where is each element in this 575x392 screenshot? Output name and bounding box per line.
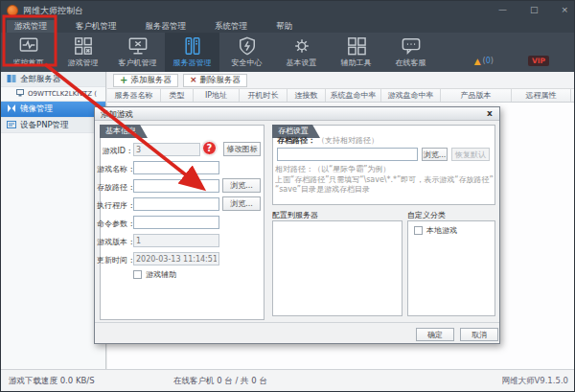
close-button[interactable]: × bbox=[561, 4, 568, 15]
sidebar-item-device-pnp[interactable]: 设备PNP管理 bbox=[1, 118, 105, 133]
menu-client-management[interactable]: 客户机管理 bbox=[68, 20, 125, 34]
delete-server-button[interactable]: × 删除服务器 bbox=[183, 74, 247, 87]
tool-label: 监控首页 bbox=[13, 58, 44, 68]
archive-path-hint: （支持相对路径） bbox=[317, 135, 379, 146]
game-name-field[interactable] bbox=[133, 161, 219, 174]
col-type[interactable]: 类型 bbox=[161, 89, 194, 102]
col-uptime[interactable]: 开机时长 bbox=[240, 89, 288, 102]
vip-badge[interactable]: VIP bbox=[528, 56, 549, 66]
col-sys-hit[interactable]: 系统盘命中率 bbox=[326, 89, 381, 102]
sidebar: 全部服务器 O9WTTCLK2LKIVTZ ( 镜像管理 设备PNP管理 bbox=[1, 72, 106, 369]
dialog-separator bbox=[95, 322, 499, 323]
plus-icon: + bbox=[120, 76, 127, 85]
game-assist-label: 游戏辅助 bbox=[146, 269, 176, 280]
sidebar-item-label: 设备PNP管理 bbox=[20, 120, 69, 131]
main-toolbar: 监控首页 游戏管理 客户机管理 bbox=[1, 33, 575, 72]
sidebar-item-label: 镜像管理 bbox=[20, 104, 53, 115]
deploy-servers-listbox[interactable] bbox=[272, 220, 402, 316]
sidebar-item-image-management[interactable]: 镜像管理 bbox=[1, 102, 105, 118]
storage-browse-button[interactable]: 浏览... bbox=[222, 178, 261, 193]
checkbox-icon bbox=[133, 270, 142, 279]
sidebar-item-label: O9WTTCLK2LKIVTZ ( bbox=[28, 90, 97, 98]
col-ip[interactable]: IP地址 bbox=[194, 89, 240, 102]
monitor-home-icon bbox=[18, 36, 39, 56]
game-id-label: 游戏ID： bbox=[97, 146, 133, 156]
download-speed: 游戏下载速度 0.0 KB/S bbox=[9, 376, 95, 387]
device-pnp-icon bbox=[7, 120, 16, 131]
tool-label: 基本设置 bbox=[287, 58, 317, 68]
warning-icon[interactable]: ▲ bbox=[474, 57, 481, 66]
archive-browse-button[interactable]: 浏览... bbox=[422, 148, 448, 161]
statusbar: 游戏下载速度 0.0 KB/S 在线客户机 0 台 / 共 0 台 网维大师V9… bbox=[1, 369, 575, 391]
menu-help[interactable]: 帮助 bbox=[268, 20, 300, 34]
tool-online-service[interactable]: 在线客服 bbox=[383, 33, 438, 72]
col-connections[interactable]: 连接数 bbox=[288, 89, 326, 102]
tool-aux-tools[interactable]: 辅助工具 bbox=[329, 33, 383, 72]
tool-label: 游戏管理 bbox=[68, 58, 99, 68]
storage-path-field[interactable] bbox=[133, 179, 219, 193]
menubar: 游戏管理 客户机管理 服务器管理 系统管理 帮助 bbox=[1, 20, 575, 33]
tool-security-center[interactable]: 安全中心 bbox=[219, 33, 274, 72]
local-game-label: 本地游戏 bbox=[426, 225, 457, 236]
server-actionbar: + 添加服务器 × 删除服务器 bbox=[107, 72, 574, 89]
col-remote-attr[interactable]: 远程属性 bbox=[512, 89, 571, 102]
warning-close: ) bbox=[491, 57, 494, 65]
add-server-button[interactable]: + 添加服务器 bbox=[113, 74, 178, 87]
tool-label: 客户机管理 bbox=[119, 58, 157, 68]
cancel-button[interactable]: 取消 bbox=[460, 328, 498, 341]
menu-server-management[interactable]: 服务器管理 bbox=[138, 20, 195, 34]
deploy-servers-label: 配置到服务器 bbox=[272, 210, 318, 220]
help-icon[interactable]: ? bbox=[202, 141, 217, 155]
app-window: 网维大师控制台 — □ × 游戏管理 客户机管理 服务器管理 系统管理 帮助 监… bbox=[0, 0, 575, 392]
custom-category-label: 自定义分类 bbox=[407, 210, 446, 220]
dialog-titlebar: 添加游戏 x bbox=[95, 107, 499, 121]
game-assist-checkbox[interactable]: 游戏辅助 bbox=[133, 269, 176, 280]
checkbox-icon bbox=[414, 226, 423, 235]
tool-client-management[interactable]: 客户机管理 bbox=[110, 33, 165, 72]
tool-label: 辅助工具 bbox=[341, 58, 372, 68]
col-product-version[interactable]: 产品版本 bbox=[441, 89, 512, 102]
game-id-field bbox=[133, 143, 200, 156]
menu-system-management[interactable]: 系统管理 bbox=[207, 20, 255, 34]
dialog-close-button[interactable]: x bbox=[484, 108, 495, 118]
minimize-button[interactable]: — bbox=[498, 4, 507, 15]
col-server-name[interactable]: 服务器名称 bbox=[107, 89, 161, 102]
sidebar-item-all-servers[interactable]: 全部服务器 bbox=[1, 72, 105, 87]
server-node-icon bbox=[16, 89, 24, 99]
relative-path-hint: （以“星际争霸”为例） bbox=[313, 164, 390, 174]
game-version-label: 游戏版本： bbox=[97, 237, 133, 247]
ok-button[interactable]: 确定 bbox=[416, 328, 454, 341]
image-management-icon bbox=[7, 104, 16, 115]
client-manage-icon bbox=[127, 36, 149, 56]
delete-server-label: 删除服务器 bbox=[199, 75, 241, 86]
exec-browse-button[interactable]: 浏览... bbox=[222, 196, 261, 211]
server-manage-icon bbox=[182, 36, 203, 56]
tool-monitor-home[interactable]: 监控首页 bbox=[1, 33, 56, 72]
cmd-params-field[interactable] bbox=[133, 216, 219, 229]
add-server-label: 添加服务器 bbox=[130, 75, 172, 86]
archive-path-field[interactable] bbox=[277, 148, 418, 161]
col-game-hit[interactable]: 游戏盘命中率 bbox=[381, 89, 441, 102]
menu-game-management[interactable]: 游戏管理 bbox=[7, 20, 55, 34]
game-name-label: 游戏名称： bbox=[97, 164, 133, 174]
app-version: 网维大师V9.1.5.0 bbox=[501, 376, 568, 387]
sidebar-item-label: 全部服务器 bbox=[20, 74, 61, 85]
maximize-button[interactable]: □ bbox=[530, 4, 539, 15]
servers-icon bbox=[7, 74, 16, 85]
tool-game-management[interactable]: 游戏管理 bbox=[56, 33, 110, 72]
sidebar-item-server-node[interactable]: O9WTTCLK2LKIVTZ ( bbox=[1, 87, 105, 102]
basic-settings-icon bbox=[291, 36, 312, 56]
local-game-checkbox[interactable]: 本地游戏 bbox=[414, 225, 457, 236]
delete-icon: × bbox=[190, 76, 197, 84]
update-time-field bbox=[133, 252, 219, 265]
exec-program-label: 执行程序： bbox=[97, 200, 133, 211]
tool-basic-settings[interactable]: 基本设置 bbox=[274, 33, 329, 72]
titlebar: 网维大师控制台 — □ × bbox=[1, 1, 575, 20]
exec-program-field[interactable] bbox=[133, 197, 219, 211]
app-title: 网维大师控制台 bbox=[23, 5, 83, 17]
game-manage-icon bbox=[73, 36, 94, 56]
modify-icon-button[interactable]: 修改图标 bbox=[223, 142, 261, 156]
tool-label: 安全中心 bbox=[232, 58, 263, 68]
tool-server-management[interactable]: 服务器管理 bbox=[165, 33, 219, 72]
update-time-label: 更新时间： bbox=[97, 255, 133, 265]
